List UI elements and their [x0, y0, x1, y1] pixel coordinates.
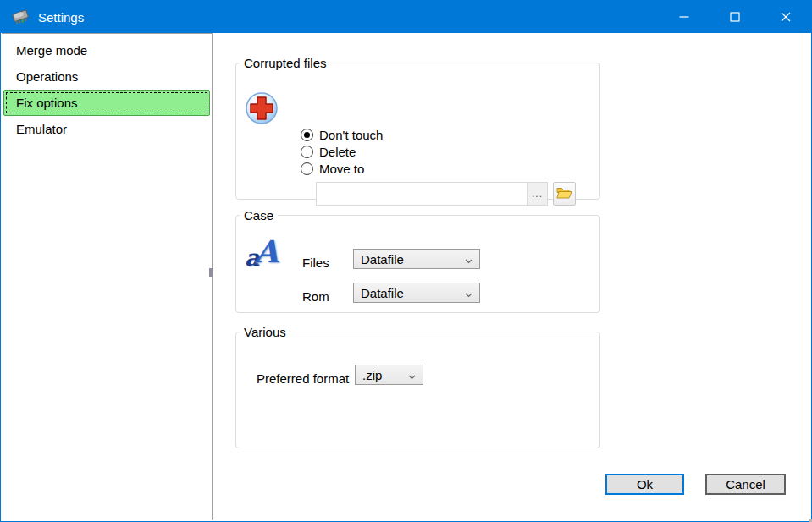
- move-to-path-row: ...: [316, 182, 576, 206]
- rom-case-dropdown[interactable]: Datafile: [353, 283, 480, 303]
- sidebar: Merge mode Operations Fix options Emulat…: [2, 33, 213, 520]
- sidebar-item-merge-mode[interactable]: Merge mode: [3, 37, 210, 63]
- chevron-down-icon: [465, 252, 472, 266]
- caption-buttons: [659, 1, 811, 33]
- radio-delete[interactable]: Delete: [301, 143, 356, 160]
- various-group-title: Various: [240, 325, 290, 339]
- case-group: Case aA Files Datafile Rom Datafile: [235, 208, 600, 313]
- maximize-icon: [730, 10, 740, 25]
- files-case-dropdown[interactable]: Datafile: [353, 249, 480, 269]
- close-button[interactable]: [760, 1, 811, 33]
- red-cross-icon: [245, 91, 280, 129]
- move-to-path-input[interactable]: [316, 182, 527, 206]
- open-folder-icon: [556, 186, 572, 202]
- files-case-value: Datafile: [361, 252, 404, 266]
- resize-grip[interactable]: [805, 515, 808, 518]
- rom-case-value: Datafile: [361, 286, 404, 300]
- radio-dont-touch-circle: [301, 129, 313, 141]
- ok-button[interactable]: Ok: [605, 474, 684, 495]
- maximize-button[interactable]: [710, 1, 760, 33]
- sidebar-splitter[interactable]: [209, 268, 213, 277]
- minimize-button[interactable]: [659, 1, 710, 33]
- preferred-format-dropdown[interactable]: .zip: [355, 365, 423, 385]
- preferred-format-value: .zip: [362, 368, 382, 382]
- titlebar[interactable]: Settings: [1, 1, 811, 33]
- radio-move-to-label: Move to: [319, 162, 364, 176]
- rom-label: Rom: [302, 289, 329, 305]
- corrupted-files-group: Corrupted files Don't touch Delete: [235, 56, 600, 200]
- cancel-button[interactable]: Cancel: [705, 474, 786, 495]
- close-icon: [781, 10, 791, 25]
- radio-dont-touch[interactable]: Don't touch: [301, 126, 383, 143]
- sidebar-item-operations[interactable]: Operations: [3, 63, 210, 90]
- sidebar-item-fix-options[interactable]: Fix options: [3, 90, 210, 116]
- window-title: Settings: [38, 10, 84, 25]
- chevron-down-icon: [408, 368, 416, 382]
- rom-chip-icon: [11, 7, 31, 27]
- letter-case-icon: aA: [243, 236, 280, 273]
- sidebar-item-emulator[interactable]: Emulator: [3, 116, 210, 142]
- browse-ellipsis-button[interactable]: ...: [527, 182, 548, 206]
- radio-delete-circle: [301, 146, 313, 158]
- radio-move-to[interactable]: Move to: [301, 160, 364, 177]
- radio-move-to-circle: [301, 162, 313, 175]
- settings-window: Settings Merge mode Operations Fix opti: [0, 0, 812, 522]
- radio-delete-label: Delete: [319, 145, 356, 159]
- chevron-down-icon: [465, 286, 472, 300]
- corrupted-files-group-title: Corrupted files: [240, 56, 331, 70]
- minimize-icon: [679, 10, 689, 25]
- browse-folder-button[interactable]: [553, 182, 576, 206]
- various-group: Various Preferred format .zip: [235, 325, 600, 448]
- case-group-title: Case: [240, 208, 278, 223]
- files-label: Files: [302, 256, 329, 271]
- radio-dont-touch-label: Don't touch: [319, 128, 383, 142]
- preferred-format-label: Preferred format: [257, 371, 349, 387]
